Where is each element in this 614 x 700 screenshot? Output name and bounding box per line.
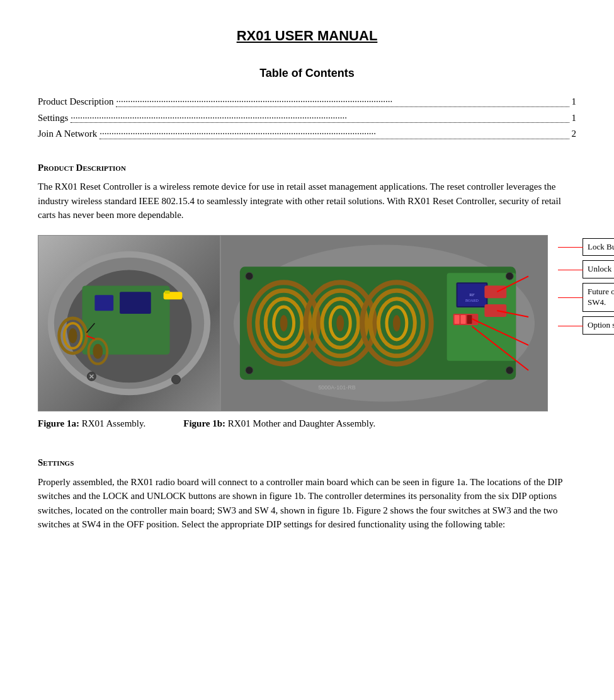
toc-entry-network: Join A Network .........................…: [38, 127, 576, 142]
svg-point-54: [506, 272, 513, 280]
figures-area: RF BOARD 5000A-101-RB: [38, 235, 576, 431]
caption-1a: Figure 1a: RX01 Assembly.: [38, 416, 145, 431]
figures-images-row: RF BOARD 5000A-101-RB: [38, 235, 576, 411]
section-text-product: The RX01 Reset Controller is a wireless …: [38, 180, 576, 222]
callout-text-option: Option switch, SW3.: [588, 320, 614, 330]
svg-text:BOARD: BOARD: [465, 299, 479, 302]
callout-line-future: [558, 297, 583, 298]
toc-dots-product: ........................................…: [116, 92, 569, 107]
caption-1b-text: RX01 Mother and Daughter Assembly.: [225, 418, 375, 428]
callout-container: Lock Button, SW 2. Unlock Button, SW1. F…: [583, 238, 614, 335]
callout-unlock-button: Unlock Button, SW1.: [583, 260, 614, 278]
section-heading-product: Product Description: [38, 161, 576, 175]
figure-1b-image: RF BOARD 5000A-101-RB: [220, 235, 548, 411]
toc-heading: Table of Contents: [38, 65, 576, 82]
toc-section: Product Description ....................…: [38, 95, 576, 142]
toc-label-network: Join A Network: [38, 127, 97, 142]
callout-line-unlock: [558, 270, 583, 270]
svg-text:RF: RF: [469, 292, 475, 297]
page-title: RX01 USER MANUAL: [38, 25, 576, 46]
callout-text-unlock: Unlock Button, SW1.: [588, 264, 614, 273]
svg-point-36: [393, 315, 401, 331]
section-text-settings: Properly assembled, the RX01 radio board…: [38, 475, 576, 532]
svg-rect-5: [120, 292, 151, 314]
figure-captions-row: Figure 1a: RX01 Assembly. Figure 1b: RX0…: [38, 416, 576, 431]
toc-entry-product: Product Description ....................…: [38, 95, 576, 110]
section-heading-settings: Settings: [38, 456, 576, 470]
toc-dots-settings: ........................................…: [71, 108, 569, 123]
toc-dots-network: ........................................…: [99, 124, 569, 139]
callout-text-lock: Lock Button, SW 2.: [588, 242, 614, 251]
svg-point-8: [69, 328, 77, 343]
svg-point-31: [336, 315, 344, 331]
svg-rect-14: [165, 290, 170, 294]
settings-section: Settings Properly assembled, the RX01 ra…: [38, 456, 576, 532]
figure-1b-svg: RF BOARD 5000A-101-RB: [221, 235, 547, 411]
svg-text:5000A-101-RB: 5000A-101-RB: [318, 384, 355, 390]
svg-rect-4: [94, 295, 113, 311]
svg-point-10: [93, 343, 103, 359]
svg-point-18: [172, 375, 181, 384]
svg-rect-46: [484, 285, 506, 298]
svg-point-55: [246, 366, 253, 374]
caption-1b-bold: Figure 1b:: [183, 418, 225, 428]
toc-page-product: 1: [572, 95, 577, 110]
figure-1a-svg: [38, 235, 220, 411]
callout-text-future: Future options switch, SW4.: [588, 287, 614, 307]
caption-1a-bold: Figure 1a:: [38, 418, 79, 428]
svg-point-53: [246, 272, 253, 280]
toc-label-settings: Settings: [38, 111, 68, 126]
svg-rect-43: [455, 315, 460, 324]
caption-1b: Figure 1b: RX01 Mother and Daughter Asse…: [183, 416, 375, 431]
callout-line-lock: [558, 247, 583, 248]
callout-future-options: Future options switch, SW4.: [583, 283, 614, 312]
callout-option-switch: Option switch, SW3.: [583, 316, 614, 335]
toc-label-product: Product Description: [38, 95, 113, 110]
toc-page-network: 2: [572, 127, 577, 142]
toc-entry-settings: Settings ...............................…: [38, 111, 576, 126]
svg-rect-47: [484, 304, 506, 317]
toc-page-settings: 1: [572, 111, 577, 126]
caption-1a-text: RX01 Assembly.: [79, 418, 145, 428]
svg-rect-45: [467, 315, 472, 324]
figure-1a-image: [38, 235, 220, 411]
svg-rect-44: [461, 315, 466, 324]
svg-point-56: [506, 366, 513, 374]
callout-lock-button: Lock Button, SW 2.: [583, 238, 614, 256]
callout-line-option: [558, 326, 583, 326]
svg-point-26: [280, 315, 288, 331]
